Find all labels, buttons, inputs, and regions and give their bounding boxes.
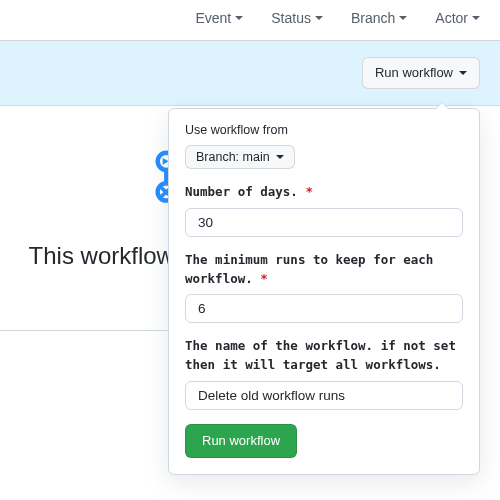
days-input[interactable] <box>185 208 463 237</box>
min-runs-label: The minimum runs to keep for each workfl… <box>185 251 463 289</box>
days-label: Number of days. * <box>185 183 463 202</box>
filter-bar: Event Status Branch Actor <box>0 0 500 41</box>
dispatch-bar: Run workflow <box>0 41 500 106</box>
caret-down-icon <box>472 16 480 20</box>
caret-down-icon <box>315 16 323 20</box>
min-runs-input[interactable] <box>185 294 463 323</box>
caret-down-icon <box>276 155 284 159</box>
caret-down-icon <box>459 71 467 75</box>
branch-selector[interactable]: Branch: main <box>185 145 295 169</box>
caret-down-icon <box>235 16 243 20</box>
caret-down-icon <box>399 16 407 20</box>
filter-branch[interactable]: Branch <box>351 10 407 26</box>
run-workflow-popover: Use workflow from Branch: main Number of… <box>168 108 480 475</box>
run-workflow-trigger-label: Run workflow <box>375 63 453 83</box>
use-workflow-from-label: Use workflow from <box>185 123 463 137</box>
filter-actor[interactable]: Actor <box>435 10 480 26</box>
workflow-name-input[interactable] <box>185 381 463 410</box>
filter-event-label: Event <box>195 10 231 26</box>
filter-event[interactable]: Event <box>195 10 243 26</box>
filter-status-label: Status <box>271 10 311 26</box>
workflow-name-label: The name of the workflow. if not set the… <box>185 337 463 375</box>
run-workflow-trigger-button[interactable]: Run workflow <box>362 57 480 89</box>
filter-status[interactable]: Status <box>271 10 323 26</box>
run-workflow-submit-label: Run workflow <box>202 431 280 451</box>
filter-actor-label: Actor <box>435 10 468 26</box>
filter-branch-label: Branch <box>351 10 395 26</box>
branch-selector-label: Branch: main <box>196 150 270 164</box>
run-workflow-submit-button[interactable]: Run workflow <box>185 424 297 458</box>
